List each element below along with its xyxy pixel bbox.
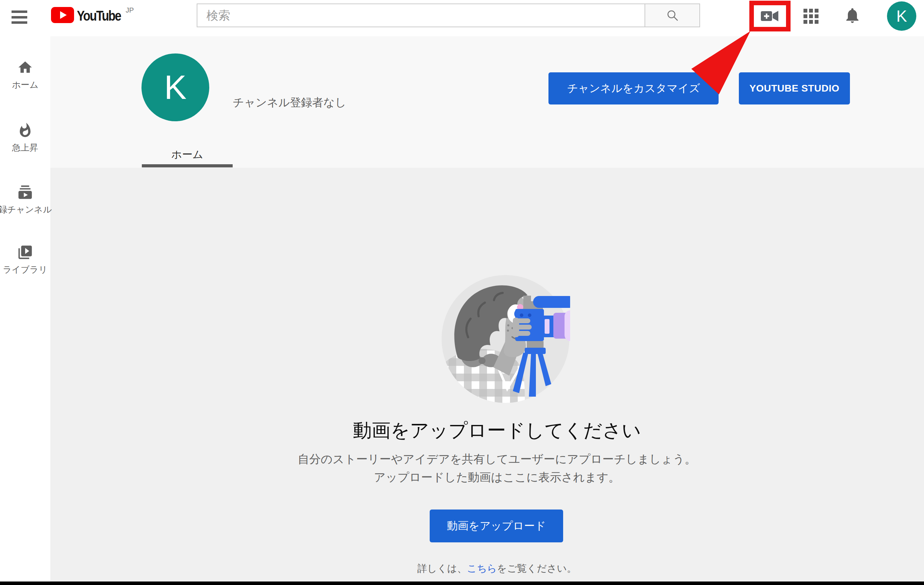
tab-home[interactable]: ホーム [142, 147, 233, 162]
search-icon [666, 9, 679, 22]
customize-channel-button[interactable]: チャンネルをカスタマイズ [548, 72, 719, 104]
sidebar-item-label: ライブラリ [0, 264, 71, 275]
search-input[interactable] [197, 3, 645, 27]
subscriptions-icon [17, 184, 33, 200]
upload-video-button[interactable]: 動画をアップロード [430, 509, 563, 542]
channel-avatar[interactable]: K [142, 53, 209, 121]
subscriber-count: チャンネル登録者なし [233, 95, 346, 111]
youtube-wordmark: YouTube [77, 7, 121, 25]
empty-state-footer: 詳しくは、こちらをご覧ください。 [70, 562, 924, 575]
search-button[interactable] [645, 3, 700, 27]
top-bar: YouTube JP K [0, 0, 924, 36]
sidebar-item-subscriptions[interactable]: 録チャンネル [0, 184, 50, 215]
apps-grid-icon[interactable] [804, 9, 818, 24]
notifications-bell-icon[interactable] [843, 6, 861, 25]
sidebar-item-library[interactable]: ライブラリ [0, 244, 50, 275]
sidebar-item-label: ホーム [0, 79, 71, 91]
footer-text-suffix: をご覧ください。 [497, 563, 577, 574]
youtube-play-icon [51, 7, 74, 23]
footer-text-prefix: 詳しくは、 [417, 563, 467, 574]
empty-state-description-line1: 自分のストーリーやアイデアを共有してユーザーにアプローチしましょう。 [70, 451, 924, 467]
sidebar-item-trending[interactable]: 急上昇 [0, 122, 50, 154]
youtube-channel-page: YouTube JP K [0, 0, 924, 585]
sidebar-item-home[interactable]: ホーム [0, 59, 50, 91]
learn-more-link[interactable]: こちら [467, 563, 497, 574]
home-icon [17, 59, 33, 76]
empty-state-title: 動画をアップロードしてください [70, 418, 924, 443]
youtube-studio-button[interactable]: YOUTUBE STUDIO [739, 72, 850, 104]
bottom-edge-bar [0, 582, 924, 585]
logo-region-label: JP [126, 6, 134, 14]
fire-icon [17, 122, 33, 139]
video-create-icon [760, 8, 780, 24]
account-avatar[interactable]: K [887, 2, 916, 31]
library-icon [17, 244, 33, 260]
channel-header: K チャンネル登録者なし チャンネルをカスタマイズ YOUTUBE STUDIO… [50, 36, 924, 168]
menu-icon[interactable] [12, 10, 27, 24]
empty-state-description-line2: アップロードした動画はここに表示されます。 [70, 470, 924, 486]
channel-avatar-initial: K [164, 68, 186, 107]
youtube-logo[interactable]: YouTube JP [51, 7, 134, 25]
create-video-button-highlighted[interactable] [749, 1, 790, 31]
tab-home-active-underline [142, 164, 233, 167]
upload-empty-state-illustration [441, 274, 570, 403]
sidebar-item-label: 急上昇 [0, 142, 71, 154]
sidebar: ホーム 急上昇 録チャンネル ライブラリ [0, 36, 50, 582]
account-avatar-initial: K [896, 7, 907, 25]
channel-content-area: 動画をアップロードしてください 自分のストーリーやアイデアを共有してユーザーにア… [50, 168, 924, 582]
sidebar-item-label: 録チャンネル [0, 204, 71, 215]
